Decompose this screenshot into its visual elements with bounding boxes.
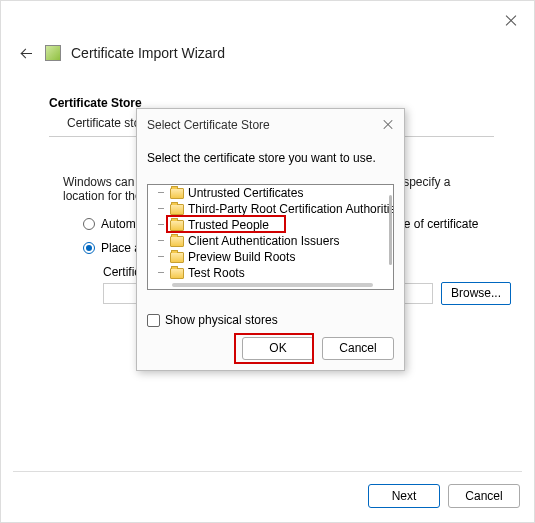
dialog-prompt: Select the certificate store you want to… xyxy=(147,151,376,165)
folder-icon xyxy=(170,188,184,199)
select-store-dialog: Select Certificate Store Select the cert… xyxy=(136,108,405,371)
show-physical-label: Show physical stores xyxy=(165,313,278,327)
close-icon[interactable] xyxy=(504,13,518,27)
folder-icon xyxy=(170,220,184,231)
dialog-button-bar: OK Cancel xyxy=(242,337,394,360)
tree-item-third-party[interactable]: Third-Party Root Certification Authoriti… xyxy=(148,201,393,217)
ok-button[interactable]: OK xyxy=(242,337,314,360)
tree-item-preview-roots[interactable]: Preview Build Roots xyxy=(148,249,393,265)
bottom-divider xyxy=(13,471,522,472)
tree-item-trusted-people[interactable]: Trusted People xyxy=(148,217,393,233)
folder-icon xyxy=(170,268,184,279)
browse-button[interactable]: Browse... xyxy=(441,282,511,305)
wizard-header: Certificate Import Wizard xyxy=(19,45,225,61)
tree-item-label: Preview Build Roots xyxy=(188,250,295,264)
tree-item-label: Test Roots xyxy=(188,266,245,280)
tree-horizontal-scrollbar[interactable] xyxy=(172,283,373,287)
tree-item-label: Trusted People xyxy=(188,218,269,232)
folder-icon xyxy=(170,204,184,215)
store-tree[interactable]: Untrusted Certificates Third-Party Root … xyxy=(147,184,394,290)
tree-item-untrusted[interactable]: Untrusted Certificates xyxy=(148,185,393,201)
wizard-title: Certificate Import Wizard xyxy=(71,45,225,61)
show-physical-checkbox-row[interactable]: Show physical stores xyxy=(147,313,278,327)
section-title: Certificate Store xyxy=(49,96,142,110)
folder-icon xyxy=(170,236,184,247)
dialog-cancel-button[interactable]: Cancel xyxy=(322,337,394,360)
cancel-button[interactable]: Cancel xyxy=(448,484,520,508)
tree-item-label: Untrusted Certificates xyxy=(188,186,303,200)
tree-item-client-auth[interactable]: Client Authentication Issuers xyxy=(148,233,393,249)
tree-item-label: Client Authentication Issuers xyxy=(188,234,339,248)
radio-icon-selected xyxy=(83,242,95,254)
back-arrow-icon[interactable] xyxy=(19,45,35,61)
tree-item-label: Third-Party Root Certification Authoriti… xyxy=(188,202,394,216)
tree-vertical-scrollbar[interactable] xyxy=(389,195,392,265)
dialog-close-icon[interactable] xyxy=(382,118,394,130)
wizard-window: Certificate Import Wizard Certificate St… xyxy=(0,0,535,523)
next-button[interactable]: Next xyxy=(368,484,440,508)
certificate-wizard-icon xyxy=(45,45,61,61)
checkbox-icon xyxy=(147,314,160,327)
radio-icon xyxy=(83,218,95,230)
dialog-title: Select Certificate Store xyxy=(147,118,270,132)
wizard-button-bar: Next Cancel xyxy=(368,484,520,508)
tree-item-test-roots[interactable]: Test Roots xyxy=(148,265,393,281)
folder-icon xyxy=(170,252,184,263)
